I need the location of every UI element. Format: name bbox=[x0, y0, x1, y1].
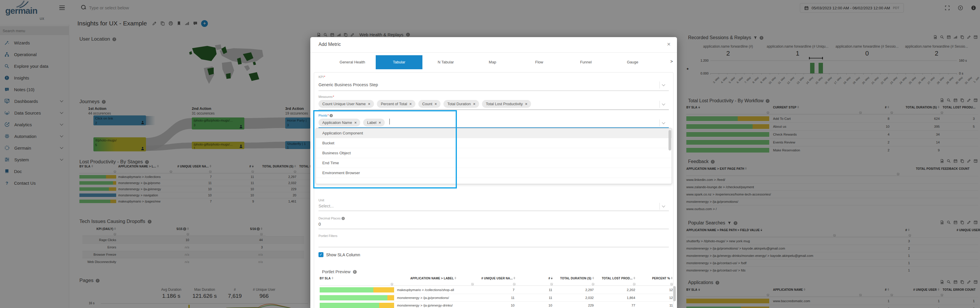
measures-label: Measures* bbox=[318, 95, 334, 99]
remove-chip-icon[interactable]: × bbox=[473, 102, 476, 106]
unit-select[interactable]: Select... bbox=[318, 204, 334, 208]
modal-title: Add Metric bbox=[318, 42, 340, 47]
tab-gauge[interactable]: Gauge bbox=[609, 55, 656, 69]
measure-chip[interactable]: Count× bbox=[418, 100, 441, 108]
add-metric-modal: Add Metric × General Health Tabular N Ta… bbox=[310, 37, 677, 308]
sort-icon bbox=[514, 277, 515, 279]
tab-tabular[interactable]: Tabular bbox=[376, 55, 422, 69]
tab-map[interactable]: Map bbox=[469, 55, 516, 69]
unit-caret[interactable] bbox=[659, 203, 667, 210]
sort-icon bbox=[671, 277, 673, 279]
sort-icon bbox=[633, 277, 636, 279]
decimal-label: Decimal Places i bbox=[318, 217, 345, 220]
kpi-select[interactable]: Generic Business Process Step bbox=[318, 82, 378, 87]
pivots-dropdown: Application Component Bucket Business Ob… bbox=[316, 128, 672, 184]
column-header[interactable]: # bbox=[515, 277, 553, 280]
remove-chip-icon[interactable]: × bbox=[410, 102, 412, 106]
field-underline bbox=[318, 229, 669, 229]
divider bbox=[310, 52, 677, 53]
table-row[interactable]: monsterenergy > /ja-jp/energy-drinks/101… bbox=[320, 301, 673, 308]
column-header[interactable]: TOTAL DURATION (S) bbox=[553, 277, 594, 280]
chevron-down-icon bbox=[662, 102, 665, 105]
measure-chip[interactable]: Count Unique User Name× bbox=[318, 100, 374, 108]
dropdown-option[interactable]: End Time bbox=[316, 158, 672, 168]
field-underline bbox=[318, 110, 669, 110]
table-row[interactable]: makeupbymario > /collections/shop-all711… bbox=[320, 286, 673, 294]
dropdown-option[interactable]: Business Object bbox=[316, 148, 672, 158]
remove-chip-icon[interactable]: × bbox=[355, 120, 357, 125]
remove-chip-icon[interactable]: × bbox=[525, 102, 528, 106]
measure-chip[interactable]: Total Lost Productivity× bbox=[482, 100, 531, 108]
pivots-chips: Application Name× Label× bbox=[318, 119, 390, 126]
pivots-caret[interactable] bbox=[659, 120, 667, 126]
measures-chips: Count Unique User Name× Percent of Total… bbox=[318, 100, 531, 108]
info-icon[interactable]: i bbox=[329, 114, 333, 117]
portlet-filters-label: Portlet Filters bbox=[318, 234, 337, 238]
column-header[interactable]: # UNIQUE USER NA... bbox=[474, 277, 515, 280]
column-header[interactable]: TOTAL LOST PROD... bbox=[594, 277, 636, 280]
decimal-input[interactable]: 0 bbox=[318, 222, 321, 227]
remove-chip-icon[interactable]: × bbox=[435, 102, 437, 106]
table-row[interactable]: monsterenergy > /ja-jp/promotions/11112,… bbox=[320, 294, 673, 301]
info-icon[interactable]: i bbox=[342, 217, 345, 220]
dropdown-option[interactable]: Application Component bbox=[316, 128, 672, 138]
tab-general-health[interactable]: General Health bbox=[329, 55, 376, 69]
pivot-chip[interactable]: Label× bbox=[363, 119, 385, 126]
tab-funnel[interactable]: Funnel bbox=[563, 55, 609, 69]
scrollbar-thumb[interactable] bbox=[673, 286, 676, 301]
close-icon[interactable]: × bbox=[667, 41, 671, 48]
field-underline bbox=[318, 91, 669, 91]
chevron-down-icon bbox=[662, 121, 665, 124]
sort-icon bbox=[455, 277, 457, 279]
tab-flow[interactable]: Flow bbox=[516, 55, 563, 69]
remove-chip-icon[interactable]: × bbox=[379, 120, 381, 125]
scrollbar-thumb[interactable] bbox=[668, 130, 671, 150]
sort-icon bbox=[332, 277, 334, 279]
pivots-label: Pivots* i bbox=[318, 114, 333, 117]
column-header[interactable]: APPLICATION NAME > LABEL bbox=[393, 277, 474, 280]
tabs-more-chevron[interactable]: > bbox=[670, 59, 673, 64]
modal-tabs: General Health Tabular N Tabular Map Flo… bbox=[329, 55, 656, 69]
tab-n-tabular[interactable]: N Tabular bbox=[422, 55, 469, 69]
measure-chip[interactable]: Total Duration× bbox=[444, 100, 479, 108]
chevron-down-icon bbox=[662, 204, 665, 207]
field-underline bbox=[318, 211, 669, 211]
preview-title: Portlet Previewi bbox=[322, 270, 357, 274]
sort-icon bbox=[551, 277, 553, 279]
measure-chip[interactable]: Percent of Total× bbox=[377, 100, 415, 108]
measures-caret[interactable] bbox=[659, 101, 667, 108]
column-header[interactable]: PERCENT % bbox=[636, 277, 673, 280]
chevron-down-icon bbox=[662, 83, 665, 86]
pivot-chip[interactable]: Application Name× bbox=[318, 119, 360, 126]
column-header[interactable]: BY SLA bbox=[320, 277, 393, 280]
show-sla-checkbox[interactable]: ✓ bbox=[318, 252, 323, 257]
app-root: germain UX 05/03/2023 12:00 AM - 06/02/2… bbox=[0, 0, 980, 308]
dropdown-option[interactable]: Bucket bbox=[316, 138, 672, 148]
kpi-caret[interactable] bbox=[659, 81, 667, 89]
dropdown-option[interactable]: Environment Browser bbox=[316, 168, 672, 178]
sort-icon bbox=[592, 277, 594, 279]
show-sla-label: Show SLA Column bbox=[326, 252, 360, 257]
info-icon[interactable]: i bbox=[353, 270, 357, 274]
kpi-label: KPI* bbox=[318, 75, 325, 78]
remove-chip-icon[interactable]: × bbox=[368, 102, 371, 106]
unit-label: Unit bbox=[318, 198, 325, 202]
